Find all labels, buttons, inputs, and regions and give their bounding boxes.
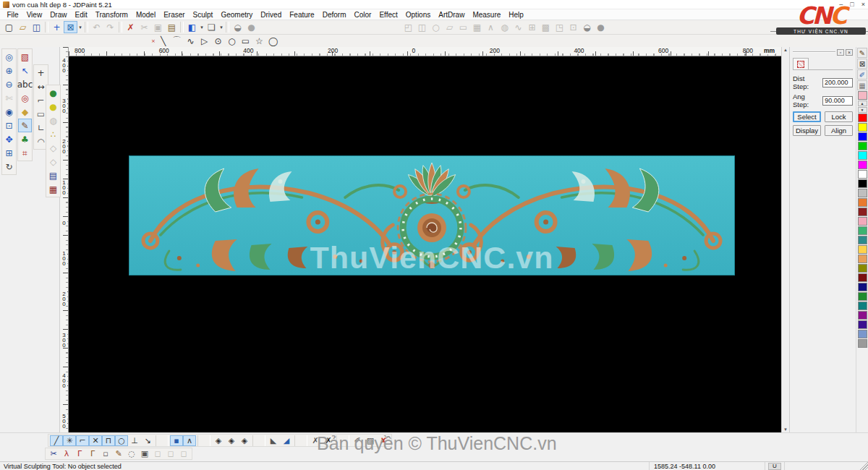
swatch-red[interactable] — [858, 114, 867, 122]
zoom-in-icon[interactable]: ⊕ — [2, 64, 16, 77]
sheet-icon[interactable]: ▦ — [46, 182, 60, 196]
swatch-gray2[interactable] — [858, 339, 867, 348]
snap-perpendicular-icon[interactable]: ⊥ — [128, 435, 141, 446]
peak-icon[interactable]: ∧ — [484, 21, 498, 33]
facet2-icon[interactable]: ◇ — [46, 155, 60, 168]
group-icon[interactable]: ⊡ — [566, 21, 580, 33]
swatch-forest[interactable] — [858, 292, 867, 301]
select-button[interactable]: Select — [793, 111, 821, 122]
snap-line-icon[interactable]: ╱ — [50, 435, 63, 446]
menu-item[interactable]: Geometry — [217, 10, 257, 20]
zoom-window-icon[interactable]: ⊞ — [2, 146, 16, 160]
menu-item[interactable]: Feature — [286, 10, 318, 20]
scroll-down-icon[interactable]: ▼ — [783, 427, 788, 432]
dots-icon[interactable]: ∴ — [46, 127, 60, 141]
light-yellow-icon[interactable]: ● — [46, 100, 60, 114]
star-icon[interactable]: ☆ — [252, 35, 266, 47]
height-map-icon[interactable]: ⌗ — [18, 146, 32, 160]
close-icon[interactable]: × — [861, 1, 865, 8]
offset-icon[interactable]: ▫ — [99, 448, 112, 459]
fill-color-icon[interactable]: ◧ — [185, 21, 199, 33]
undo-icon[interactable]: ↶ — [90, 21, 103, 33]
swatch-cornflower[interactable] — [858, 330, 867, 338]
text-tool-icon[interactable]: abc — [18, 77, 32, 91]
rectangle-icon[interactable]: ▭ — [239, 35, 252, 47]
grid-icon[interactable]: ▦ — [470, 21, 484, 33]
select-box-icon[interactable]: ⊠ — [64, 21, 77, 33]
stamp-blue-icon[interactable]: ◢ — [280, 435, 293, 446]
open-icon[interactable]: ▱ — [16, 21, 30, 33]
add-point-icon[interactable]: + — [34, 66, 48, 80]
concentric-icon[interactable]: ◎ — [18, 91, 32, 105]
swatch-indigo[interactable] — [858, 320, 867, 329]
panel-drag-handle[interactable] — [793, 51, 835, 53]
node-edit-icon[interactable]: ↖ — [18, 64, 32, 77]
iso-view-icon[interactable]: ◈ — [212, 435, 225, 446]
snap-node-icon[interactable]: ✳ — [63, 435, 76, 446]
swatch-purple[interactable] — [858, 311, 867, 320]
canvas-vscrollbar[interactable]: ▲ ▼ — [781, 47, 789, 432]
line-icon[interactable]: ╲ — [156, 35, 170, 47]
swatch-maroon[interactable] — [858, 273, 867, 282]
move-view-icon[interactable]: ✥ — [2, 132, 16, 146]
swatch-teal[interactable] — [858, 236, 867, 244]
shield-half-icon[interactable]: ◒ — [580, 21, 594, 33]
iso-view3-icon[interactable]: ◈ — [238, 435, 251, 446]
light-green-icon[interactable]: ● — [46, 86, 60, 100]
wave-icon[interactable]: ∿ — [511, 21, 525, 33]
current-color-swatch[interactable] — [858, 91, 867, 100]
resize-grip[interactable] — [859, 462, 868, 470]
new-icon[interactable]: ▢ — [2, 21, 16, 33]
arc-icon[interactable]: ⌒ — [170, 35, 184, 47]
grid-plus-icon[interactable]: ⊞ — [525, 21, 539, 33]
shield-icon[interactable]: ● — [594, 21, 608, 33]
pan-select-icon[interactable]: ◎ — [2, 50, 16, 64]
skew-icon[interactable]: ▱ — [443, 21, 456, 33]
columns-icon[interactable]: ◫ — [415, 21, 429, 33]
menu-item[interactable]: Drived — [257, 10, 286, 20]
swatch-gray[interactable] — [858, 189, 867, 197]
swatch-blue[interactable] — [858, 132, 867, 141]
menu-item[interactable]: Effect — [375, 10, 401, 20]
zoom-page-icon[interactable]: ⊡ — [2, 119, 16, 132]
no-color-icon[interactable]: ⊠ — [857, 59, 867, 69]
align-button[interactable]: Align — [825, 125, 853, 136]
swatch-medgreen[interactable] — [858, 226, 867, 235]
menu-item[interactable]: File — [3, 10, 22, 20]
swatch-yellow[interactable] — [858, 123, 867, 132]
book-icon[interactable]: ▤ — [46, 168, 60, 182]
corner-icon[interactable]: Γ — [73, 448, 86, 459]
swatch-navy[interactable] — [858, 283, 867, 291]
snap-corner-icon[interactable]: ⌐ — [76, 435, 89, 446]
mask-full-icon[interactable]: ● — [244, 21, 258, 33]
center-circle-icon[interactable]: ⊙ — [211, 35, 225, 47]
align-icon[interactable]: ◰ — [401, 21, 415, 33]
lock-button[interactable]: Lock — [825, 111, 853, 122]
op1-icon[interactable]: ◻ — [151, 448, 164, 459]
palette-icon[interactable]: ▦ — [857, 80, 867, 90]
menu-item[interactable]: Model — [132, 10, 159, 20]
sculpt-brush-icon[interactable]: ✎ — [18, 119, 32, 132]
menu-item[interactable]: Color — [350, 10, 375, 20]
op3-icon[interactable]: ◻ — [177, 448, 190, 459]
surface-mode-icon[interactable]: ❏ — [205, 21, 218, 33]
swatch-cyan[interactable] — [858, 151, 867, 160]
op2-icon[interactable]: ◻ — [164, 448, 177, 459]
point-icon[interactable]: × — [150, 35, 156, 47]
swatch-orange[interactable] — [858, 198, 867, 207]
panel-collapse-button[interactable]: ▫ — [837, 49, 844, 56]
iso-view2-icon[interactable]: ◈ — [225, 435, 238, 446]
lamp-off-icon[interactable]: ◍ — [46, 114, 60, 127]
swatch-pink[interactable] — [858, 217, 867, 226]
ellipse-icon[interactable]: ○ — [225, 35, 239, 47]
swatch-green[interactable] — [858, 142, 867, 150]
corner2-icon[interactable]: Γ — [86, 448, 99, 459]
ang-step-input[interactable]: 90.000 — [822, 96, 853, 106]
copy-icon[interactable]: ▣ — [151, 21, 165, 33]
swatch-tan[interactable] — [858, 255, 867, 263]
restore-icon[interactable]: □ — [850, 1, 854, 8]
fill-tool-icon[interactable]: ◆ — [18, 105, 32, 119]
swatch-white[interactable] — [858, 170, 867, 179]
minimize-icon[interactable]: – — [839, 1, 843, 8]
refresh-icon[interactable]: ↻ — [2, 160, 16, 174]
